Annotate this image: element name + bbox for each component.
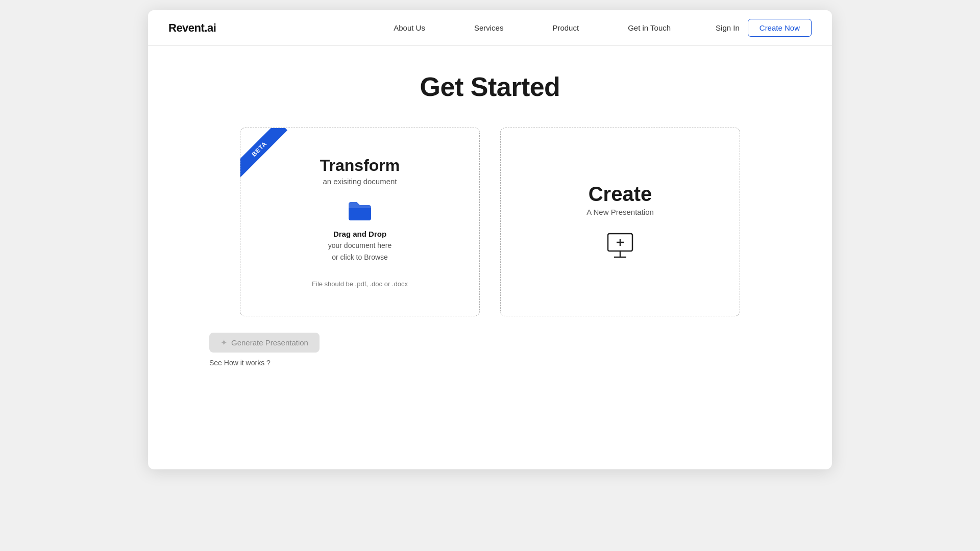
nav-actions: Sign In Create Now <box>716 19 812 37</box>
generate-presentation-button[interactable]: ✦ Generate Presentation <box>209 333 320 353</box>
create-card[interactable]: Create A New Presentation <box>500 128 740 316</box>
create-subtitle: A New Presentation <box>586 208 654 216</box>
transform-card[interactable]: BETA Transform an exisiting document Dra… <box>240 128 480 316</box>
drag-drop-label: Drag and Drop <box>333 229 386 240</box>
nav-links: About Us Services Product Get in Touch <box>369 23 695 32</box>
transform-subtitle: an exisiting document <box>323 177 397 186</box>
file-hint: File should be .pdf, .doc or .docx <box>312 280 408 288</box>
see-how-link[interactable]: See How it works ? <box>209 359 271 367</box>
file-upload-area[interactable]: Drag and Drop your document here or clic… <box>328 200 392 263</box>
nav-services[interactable]: Services <box>450 23 528 32</box>
navbar: Revent.ai About Us Services Product Get … <box>148 10 832 46</box>
beta-label: BETA <box>240 128 287 177</box>
new-presentation-icon <box>605 231 635 261</box>
generate-label: Generate Presentation <box>231 338 308 347</box>
transform-title: Transform <box>320 156 400 175</box>
sparkle-icon: ✦ <box>220 338 227 347</box>
bottom-actions: ✦ Generate Presentation See How it works… <box>209 333 801 367</box>
drag-drop-sub1: your document here <box>328 240 392 251</box>
nav-product[interactable]: Product <box>528 23 603 32</box>
folder-icon <box>347 200 373 222</box>
main-content: Get Started BETA Transform an exisiting … <box>148 46 832 397</box>
create-now-button[interactable]: Create Now <box>748 19 812 37</box>
brand-logo[interactable]: Revent.ai <box>168 21 216 35</box>
nav-about-us[interactable]: About Us <box>369 23 450 32</box>
nav-get-in-touch[interactable]: Get in Touch <box>603 23 695 32</box>
drag-drop-sub2: or click to Browse <box>332 252 388 263</box>
page-title: Get Started <box>179 71 801 102</box>
cards-row: BETA Transform an exisiting document Dra… <box>179 128 801 316</box>
beta-ribbon: BETA <box>240 128 297 184</box>
signin-button[interactable]: Sign In <box>716 23 740 32</box>
create-title: Create <box>589 183 652 206</box>
